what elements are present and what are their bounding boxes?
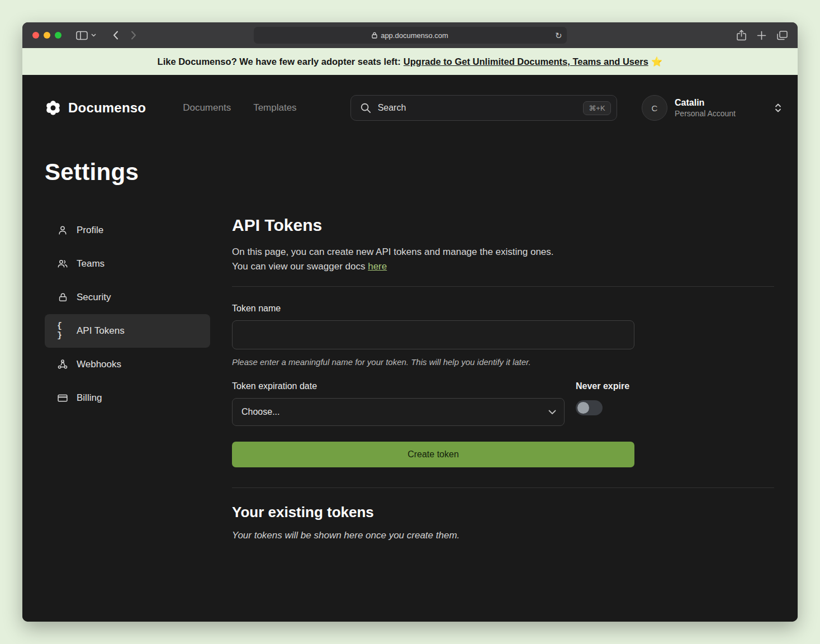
forward-icon[interactable] xyxy=(131,31,136,40)
url-text: app.documenso.com xyxy=(381,31,448,40)
sidebar-item-label: Teams xyxy=(77,258,105,269)
sidebar-item-profile[interactable]: Profile xyxy=(45,214,210,247)
sidebar-item-label: Webhooks xyxy=(77,359,121,370)
nav-templates[interactable]: Templates xyxy=(253,102,296,113)
tabs-overview-icon[interactable] xyxy=(777,31,788,40)
star-emoji: ⭐ xyxy=(651,56,663,67)
settings-sidebar: Profile Teams Security xyxy=(45,214,210,415)
sidebar-item-api-tokens[interactable]: { } API Tokens xyxy=(45,314,210,348)
search-shortcut-badge: ⌘+K xyxy=(583,101,610,115)
token-name-help: Please enter a meaningful name for your … xyxy=(232,357,774,367)
top-nav: Documents Templates xyxy=(183,102,296,113)
credit-card-icon xyxy=(57,392,68,404)
banner-text: Like Documenso? We have few early adopte… xyxy=(158,56,401,67)
token-name-input[interactable] xyxy=(232,320,634,349)
account-menu[interactable]: C Catalin Personal Account xyxy=(642,95,785,121)
lock-url-icon xyxy=(372,32,377,39)
share-icon[interactable] xyxy=(737,30,746,41)
divider xyxy=(232,286,774,287)
minimize-window-button[interactable] xyxy=(44,32,50,39)
sidebar-item-teams[interactable]: Teams xyxy=(45,247,210,281)
section-description: On this page, you can create new API tok… xyxy=(232,245,774,274)
never-expire-label: Never expire xyxy=(576,381,629,391)
chevron-up-down-icon xyxy=(773,102,783,113)
close-window-button[interactable] xyxy=(32,32,39,39)
refresh-icon[interactable]: ↻ xyxy=(555,31,562,40)
never-expire-group: Never expire xyxy=(576,381,629,415)
divider xyxy=(232,487,774,488)
documenso-logo-icon xyxy=(45,100,61,116)
user-icon xyxy=(57,225,68,236)
account-type: Personal Account xyxy=(675,109,736,118)
nav-documents[interactable]: Documents xyxy=(183,102,231,113)
search-icon xyxy=(360,102,371,113)
app-root: Documenso Documents Templates Search ⌘+K… xyxy=(22,75,798,622)
search-placeholder: Search xyxy=(378,103,577,113)
browser-chrome: app.documenso.com ↻ xyxy=(22,22,798,48)
account-name: Catalin xyxy=(675,98,736,108)
traffic-lights xyxy=(32,32,61,39)
sidebar-item-billing[interactable]: Billing xyxy=(45,381,210,415)
page-title: Settings xyxy=(45,159,139,186)
chevron-down-icon xyxy=(548,410,556,415)
zoom-window-button[interactable] xyxy=(55,32,61,39)
braces-icon: { } xyxy=(57,321,68,340)
toggle-knob xyxy=(577,402,589,414)
sidebar-toggle-icon[interactable] xyxy=(76,31,88,40)
sidebar-item-label: Profile xyxy=(77,225,103,236)
sidebar-item-label: API Tokens xyxy=(77,325,125,337)
app-header: Documenso Documents Templates Search ⌘+K… xyxy=(22,75,798,141)
upgrade-link[interactable]: Upgrade to Get Unlimited Documents, Team… xyxy=(404,56,648,67)
never-expire-toggle[interactable] xyxy=(576,400,603,415)
expiration-select[interactable]: Choose... xyxy=(232,398,565,426)
sidebar-item-webhooks[interactable]: Webhooks xyxy=(45,348,210,381)
avatar: C xyxy=(642,95,667,121)
sidebar-item-label: Billing xyxy=(77,392,102,404)
chevron-down-icon[interactable] xyxy=(91,34,96,37)
create-token-button[interactable]: Create token xyxy=(232,442,634,467)
sidebar-item-security[interactable]: Security xyxy=(45,281,210,314)
back-icon[interactable] xyxy=(113,31,119,40)
expiration-row: Token expiration date Choose... Never ex… xyxy=(232,381,634,426)
browser-window: app.documenso.com ↻ Like xyxy=(22,22,798,622)
token-name-label: Token name xyxy=(232,304,774,314)
existing-tokens-empty-text: Your tokens will be shown here once you … xyxy=(232,530,774,541)
sidebar-item-label: Security xyxy=(77,292,111,303)
section-heading: API Tokens xyxy=(232,216,774,235)
api-tokens-panel: API Tokens On this page, you can create … xyxy=(232,216,774,541)
brand[interactable]: Documenso xyxy=(45,100,146,116)
swagger-docs-link[interactable]: here xyxy=(368,261,387,272)
description-line2: You can view our swagger docs xyxy=(232,261,365,272)
existing-tokens-heading: Your existing tokens xyxy=(232,504,774,521)
brand-name: Documenso xyxy=(68,100,146,116)
promo-banner: Like Documenso? We have few early adopte… xyxy=(22,48,798,75)
webhook-icon xyxy=(57,359,68,370)
search-input[interactable]: Search ⌘+K xyxy=(350,95,617,121)
address-bar[interactable]: app.documenso.com ↻ xyxy=(254,27,567,44)
description-line1: On this page, you can create new API tok… xyxy=(232,247,554,257)
lock-icon xyxy=(57,292,68,303)
new-tab-icon[interactable] xyxy=(757,31,766,40)
expiration-select-value: Choose... xyxy=(241,407,548,417)
users-icon xyxy=(57,258,68,269)
expiration-label: Token expiration date xyxy=(232,381,634,391)
